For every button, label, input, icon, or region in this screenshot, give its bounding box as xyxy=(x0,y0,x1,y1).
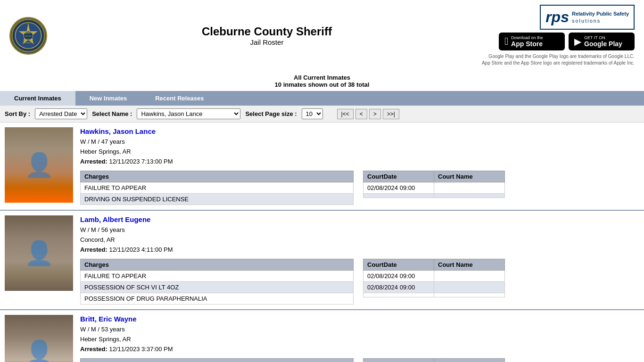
header-title-area: Cleburne County Sheriff Jail Roster xyxy=(52,25,482,46)
app-store-text: Download on the App Store xyxy=(511,35,543,48)
inmate-details: Britt, Eric Wayne W / M / 53 years Heber… xyxy=(80,315,639,362)
inmate-details: Lamb, Albert Eugene W / M / 56 years Con… xyxy=(80,215,639,304)
court-row: 02/08/2024 09:00 xyxy=(363,282,505,293)
rps-text: rps xyxy=(545,8,569,26)
svg-text:SHERIFF'S: SHERIFF'S xyxy=(22,32,34,34)
court-name-header: Court Name xyxy=(434,359,505,362)
app-buttons:  Download on the App Store ▶ GET IT ON … xyxy=(499,33,635,50)
court-row: 02/08/2024 09:00 xyxy=(363,182,505,194)
prev-page-button[interactable]: < xyxy=(355,109,367,119)
court-name-header: Court Name xyxy=(434,259,505,271)
inmate-demographics: W / M / 56 years xyxy=(80,226,639,233)
controls-bar: Sort By : Arrested Date Select Name : Ha… xyxy=(0,106,644,123)
court-table: CourtDate Court Name 02/08/2024 09:00 xyxy=(363,171,505,198)
pagination: |<< < > >>| xyxy=(337,109,399,119)
court-table: CourtDate Court Name 02/08/2024 09:00 02… xyxy=(363,259,505,297)
inmate-record: 👤 Lamb, Albert Eugene W / M / 56 years C… xyxy=(0,211,644,310)
charges-court-area: Charges FAILURE TO APPEAR DRIVING ON SUS… xyxy=(80,168,639,205)
charge-row: POSSESSION OF DRUG PARAPHERNALIA xyxy=(81,293,354,304)
inmate-demographics: W / M / 47 years xyxy=(80,138,639,145)
court-row xyxy=(363,194,505,198)
court-row: 02/08/2024 09:00 xyxy=(363,271,505,282)
svg-text:COUNTY: COUNTY xyxy=(25,41,33,44)
charges-header: Charges xyxy=(81,259,354,271)
inmate-name[interactable]: Hawkins, Jason Lance xyxy=(80,127,156,135)
court-date-header: CourtDate xyxy=(363,171,434,182)
charges-header: Charges xyxy=(81,171,354,182)
mugshot-placeholder: 👤 xyxy=(25,151,54,179)
charge-row: FAILURE TO APPEAR xyxy=(81,182,354,194)
charges-table: Charges FAILURE TO APPEAR POSSESSION OF … xyxy=(80,259,354,304)
inmate-record: 👤 Hawkins, Jason Lance W / M / 47 years … xyxy=(0,123,644,211)
page-header: SHERIFF'S OFFICE CLEBURNE COUNTY Cleburn… xyxy=(0,0,644,71)
sheriff-badge: SHERIFF'S OFFICE CLEBURNE COUNTY xyxy=(9,17,47,55)
tab-recent-releases[interactable]: Recent Releases xyxy=(141,91,218,106)
inmate-photo: 👤 xyxy=(5,315,73,362)
apple-icon:  xyxy=(504,35,508,48)
charges-table: Charges FAILURE TO APPEAR xyxy=(80,358,354,362)
svg-text:CLEBURNE: CLEBURNE xyxy=(23,38,33,41)
sort-select[interactable]: Arrested Date xyxy=(35,108,87,119)
inmate-demographics: W / M / 53 years xyxy=(80,326,639,333)
inmate-name[interactable]: Lamb, Albert Eugene xyxy=(80,215,150,223)
svg-text:OFFICE: OFFICE xyxy=(25,35,32,37)
name-select[interactable]: Hawkins, Jason Lance xyxy=(137,108,240,119)
tab-new-inmates[interactable]: New Inmates xyxy=(75,91,141,106)
next-page-button[interactable]: > xyxy=(369,109,381,119)
page-size-label: Select Page size : xyxy=(245,110,297,117)
inmate-list: 👤 Hawkins, Jason Lance W / M / 47 years … xyxy=(0,123,644,362)
rps-logo: rps Relativity Public Safety solutions xyxy=(540,5,635,30)
page-subtitle: Jail Roster xyxy=(52,38,482,46)
name-label: Select Name : xyxy=(92,110,132,117)
inmate-location: Heber Springs, AR xyxy=(80,336,639,343)
court-table: CourtDate Court Name 02/08/2024 09:00 xyxy=(363,358,505,362)
google-play-button[interactable]: ▶ GET IT ON Google Play xyxy=(569,33,635,50)
inmate-name[interactable]: Britt, Eric Wayne xyxy=(80,315,136,323)
court-name-header: Court Name xyxy=(434,171,505,182)
page-title: Cleburne County Sheriff xyxy=(52,25,482,38)
header-right-area: rps Relativity Public Safety solutions … xyxy=(482,5,635,66)
charge-row: DRIVING ON SUSPENDED LICENSE xyxy=(81,194,354,205)
sheriff-badge-area: SHERIFF'S OFFICE CLEBURNE COUNTY xyxy=(9,17,52,55)
mugshot-placeholder: 👤 xyxy=(25,239,54,267)
tab-current-inmates[interactable]: Current Inmates xyxy=(0,91,75,106)
charge-row: POSSESSION OF SCH VI LT 4OZ xyxy=(81,282,354,293)
disclaimer: Google Play and the Google Play logo are… xyxy=(482,53,635,66)
inmate-photo: 👤 xyxy=(5,215,73,291)
rps-subtitle: Relativity Public Safety solutions xyxy=(572,10,629,24)
arrested-date: Arrested: 12/11/2023 4:11:00 PM xyxy=(80,246,639,253)
arrested-date: Arrested: 12/11/2023 7:13:00 PM xyxy=(80,158,639,165)
page-size-select[interactable]: 10 25 50 xyxy=(302,108,323,119)
nav-tabs: Current Inmates New Inmates Recent Relea… xyxy=(0,91,644,106)
court-date-header: CourtDate xyxy=(363,259,434,271)
sort-label: Sort By : xyxy=(5,110,30,117)
court-row xyxy=(363,293,505,297)
arrested-date: Arrested: 12/11/2023 3:37:00 PM xyxy=(80,346,639,353)
charge-row: FAILURE TO APPEAR xyxy=(81,271,354,282)
charges-court-area: Charges FAILURE TO APPEAR POSSESSION OF … xyxy=(80,256,639,304)
first-page-button[interactable]: |<< xyxy=(337,109,354,119)
inmate-location: Heber Springs, AR xyxy=(80,148,639,155)
charges-court-area: Charges FAILURE TO APPEAR CourtDate Cour… xyxy=(80,355,639,362)
google-play-icon: ▶ xyxy=(574,36,581,47)
google-play-text: GET IT ON Google Play xyxy=(584,35,622,48)
inmate-location: Concord, AR xyxy=(80,236,639,243)
inmate-photo: 👤 xyxy=(5,127,73,203)
charges-header: Charges xyxy=(81,359,354,362)
charges-table: Charges FAILURE TO APPEAR DRIVING ON SUS… xyxy=(80,171,354,205)
inmate-details: Hawkins, Jason Lance W / M / 47 years He… xyxy=(80,127,639,205)
inmate-record: 👤 Britt, Eric Wayne W / M / 53 years Heb… xyxy=(0,310,644,362)
mugshot-placeholder: 👤 xyxy=(25,339,54,362)
app-store-button[interactable]:  Download on the App Store xyxy=(499,33,565,50)
last-page-button[interactable]: >>| xyxy=(383,109,399,119)
court-date-header: CourtDate xyxy=(363,359,434,362)
inmates-summary: All Current Inmates 10 inmates shown out… xyxy=(0,74,644,88)
